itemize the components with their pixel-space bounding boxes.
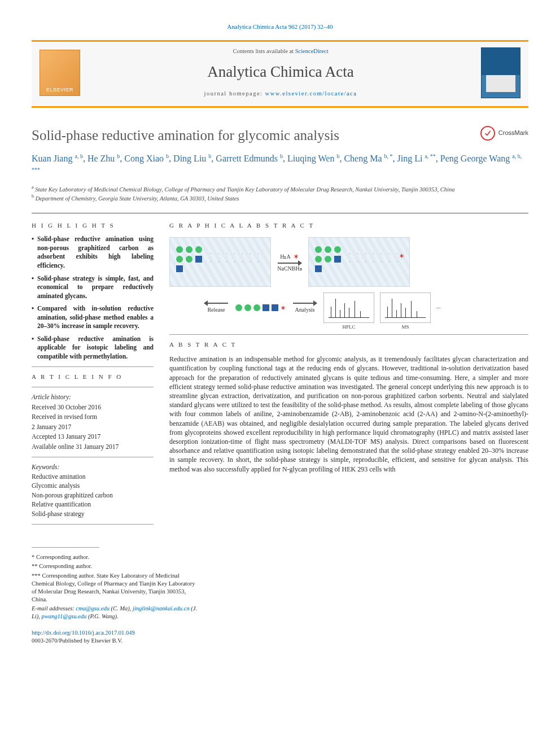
email-link[interactable]: jinglink@nankai.edu.cn (133, 605, 190, 611)
ga-analysis-label: Analysis (295, 306, 315, 314)
ga-free-glycan: ✶ (235, 303, 286, 313)
ga-spectrum-hplc-label: HPLC (324, 324, 374, 330)
author: Kuan Jiang a, b (32, 154, 83, 163)
footnote-2: ** Corresponding author. (32, 562, 201, 570)
keyword: Non-porous graphitized carbon (32, 491, 154, 500)
highlight-item: Compared with in-solution reductive amin… (32, 304, 154, 331)
emails-label: E-mail addresses: (32, 605, 75, 611)
divider (32, 457, 154, 457)
author: Cheng Ma b, * (344, 154, 392, 163)
ga-reagent-bottom: NaCNBH₃ (277, 265, 301, 273)
journal-homepage-link[interactable]: www.elsevier.com/locate/aca (265, 90, 357, 97)
elsevier-logo-label: ELSEVIER (46, 86, 73, 93)
ga-spectrum-hplc: HPLC (323, 292, 374, 323)
star-icon: ✶ (280, 303, 286, 313)
email-link[interactable]: pwang11@gsu.edu (42, 613, 87, 619)
contents-prefix: Contents lists available at (233, 48, 295, 54)
contents-lists-line: Contents lists available at ScienceDirec… (89, 47, 472, 55)
top-citation-line: Analytica Chimica Acta 962 (2017) 32–40 (32, 23, 528, 31)
article-history-label: Article history: (32, 393, 154, 402)
graphical-abstract-heading: G R A P H I C A L A B S T R A C T (169, 221, 528, 230)
arrow-right-icon (278, 263, 301, 264)
keyword: Solid-phase strategy (32, 510, 154, 519)
article-info-heading: A R T I C L E I N F O (32, 373, 154, 381)
highlight-item: Solid-phase reductive amination is appli… (32, 335, 154, 361)
article-info-line: Received in revised form (32, 413, 154, 422)
abstract-heading: A B S T R A C T (169, 340, 528, 349)
author: He Zhu b (88, 154, 120, 163)
affiliation: a State Key Laboratory of Medicinal Chem… (32, 185, 528, 194)
ga-panel-right: ✶ (308, 237, 410, 287)
divider (32, 387, 154, 387)
left-sidebar: H I G H L I G H T S Solid-phase reductiv… (32, 221, 154, 531)
abstract-text: Reductive amination is an indispensable … (169, 355, 528, 473)
banner-center: Contents lists available at ScienceDirec… (89, 47, 472, 98)
footnote-1: * Corresponding author. (32, 553, 201, 561)
article-info-line: Received 30 October 2016 (32, 403, 154, 412)
email-who: (P.G. Wang). (88, 613, 119, 619)
footnote-3: *** Corresponding author. State Key Labo… (32, 572, 201, 604)
article-title: Solid-phase reductive amination for glyc… (32, 126, 528, 145)
ga-spectrum-ms-label: MS (380, 324, 430, 330)
arrow-right-icon (293, 303, 317, 304)
arrow-left-icon (204, 303, 228, 304)
author-list: Kuan Jiang a, b, He Zhu b, Cong Xiao b, … (32, 152, 528, 180)
main-column: G R A P H I C A L A B S T R A C T H₂A ✶ (169, 221, 528, 474)
divider (32, 524, 154, 525)
doi-block: http://dx.doi.org/10.1016/j.aca.2017.01.… (32, 629, 528, 645)
article-info-line: 2 January 2017 (32, 423, 154, 432)
highlight-item: Solid-phase reductive amination using no… (32, 235, 154, 270)
journal-homepage-line: journal homepage: www.elsevier.com/locat… (89, 90, 472, 98)
ga-panel-left (169, 237, 271, 287)
crossmark-icon (480, 126, 495, 141)
homepage-prefix: journal homepage: (204, 90, 265, 97)
crossmark-badge-block[interactable]: CrossMark (480, 126, 528, 141)
keyword: Reductive amination (32, 473, 154, 482)
star-icon: ✶ (399, 251, 405, 261)
author: Cong Xiao b (124, 154, 169, 163)
ga-spectrum-ms: MS (380, 292, 431, 323)
footnotes-block: * Corresponding author. ** Corresponding… (32, 547, 201, 621)
ga-release-label: Release (207, 306, 225, 314)
ga-ellipsis: ··· (436, 304, 441, 312)
top-citation-link[interactable]: Analytica Chimica Acta 962 (2017) 32–40 (227, 23, 333, 30)
author: Liuqing Wen b (287, 154, 339, 163)
keyword: Relative quantification (32, 500, 154, 509)
article-info: Article history: Received 30 October 201… (32, 393, 154, 451)
affiliations: a State Key Laboratory of Medicinal Chem… (32, 185, 528, 202)
keywords-label: Keywords: (32, 463, 154, 472)
divider (32, 547, 99, 548)
journal-banner: ELSEVIER Contents lists available at Sci… (32, 40, 528, 108)
divider (32, 366, 154, 367)
author: Jing Li a, ** (397, 154, 435, 163)
author: Ding Liu b (173, 154, 211, 163)
article-info-line: Accepted 13 January 2017 (32, 433, 154, 442)
highlight-item: Solid-phase strategy is simple, fast, an… (32, 274, 154, 301)
journal-name: Analytica Chimica Acta (89, 62, 472, 82)
issn-line: 0003-2670/Published by Elsevier B.V. (32, 637, 123, 644)
graphical-abstract-figure: H₂A ✶ NaCNBH₃ ✶ (169, 235, 528, 329)
keyword: Glycomic analysis (32, 482, 154, 491)
divider (169, 334, 528, 335)
elsevier-logo: ELSEVIER (40, 50, 80, 96)
emails-line: E-mail addresses: cma@gsu.edu (C. Ma), j… (32, 605, 201, 621)
author: Garrett Edmunds b (216, 154, 283, 163)
affiliation: b Department of Chemistry, Georgia State… (32, 194, 528, 203)
sciencedirect-link[interactable]: ScienceDirect (295, 48, 329, 54)
footnote-3-prefix: *** Corresponding author. (32, 573, 97, 579)
article-info-line: Available online 31 January 2017 (32, 443, 154, 452)
highlights-list: Solid-phase reductive amination using no… (32, 235, 154, 361)
highlights-heading: H I G H L I G H T S (32, 221, 154, 230)
doi-link[interactable]: http://dx.doi.org/10.1016/j.aca.2017.01.… (32, 630, 135, 636)
divider (32, 213, 528, 213)
journal-cover-thumbnail (481, 47, 520, 98)
keywords-block: Keywords: Reductive aminationGlycomic an… (32, 463, 154, 518)
crossmark-label: CrossMark (498, 129, 528, 137)
email-who: (C. Ma) (111, 605, 130, 611)
email-link[interactable]: cma@gsu.edu (76, 605, 110, 611)
ga-reagent-top: H₂A (280, 253, 290, 261)
